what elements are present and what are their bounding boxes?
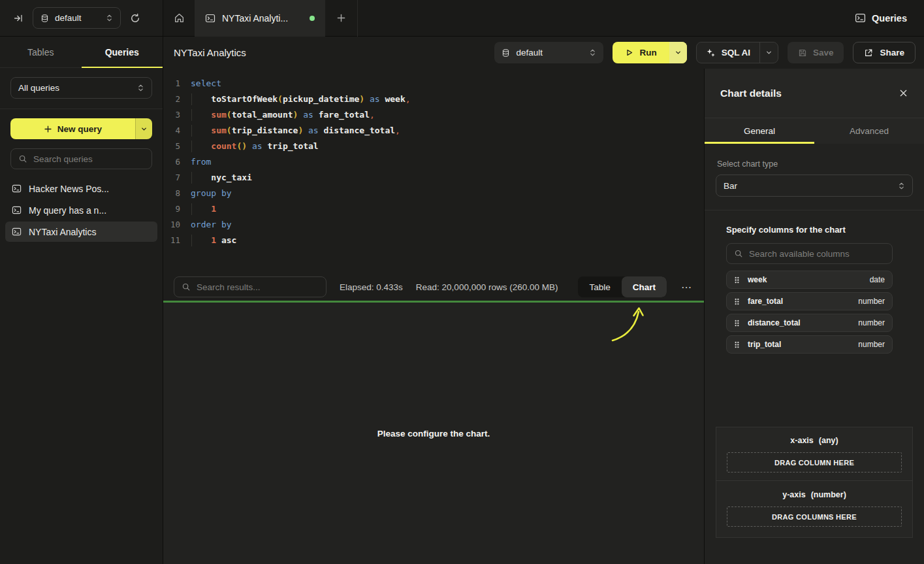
table-view-button[interactable]: Table xyxy=(578,276,621,297)
run-button[interactable]: Run xyxy=(613,42,686,63)
chart-view-button[interactable]: Chart xyxy=(622,276,667,297)
chart-column-chip[interactable]: fare_total number xyxy=(726,292,893,310)
tab-tables[interactable]: Tables xyxy=(0,37,82,67)
column-type: date xyxy=(870,275,885,284)
sidebar-query-item[interactable]: NYTaxi Analytics xyxy=(5,222,157,242)
save-icon xyxy=(798,48,807,58)
tab-nytaxi-analytics[interactable]: NYTaxi Analyti... xyxy=(195,0,325,37)
column-name: trip_total xyxy=(748,340,781,349)
code-line[interactable]: 2 toStartOfWeek(pickup_datetime) as week… xyxy=(163,91,704,107)
new-query-dropdown-button[interactable] xyxy=(135,118,152,139)
sidebar-tabs: Tables Queries xyxy=(0,37,163,68)
share-label: Share xyxy=(880,48,904,58)
save-button[interactable]: Save xyxy=(788,42,844,63)
drag-handle-icon[interactable] xyxy=(734,319,740,327)
refresh-button[interactable] xyxy=(125,8,146,29)
editor-pane: 1 select 2 toStartOfWeek(pickup_datetime… xyxy=(163,69,704,564)
sql-ai-dropdown-button[interactable] xyxy=(759,42,778,63)
play-icon xyxy=(625,48,633,57)
query-item-label: Hacker News Pos... xyxy=(29,184,109,194)
code-line[interactable]: 6 from xyxy=(163,154,704,170)
new-query-row: New query xyxy=(0,109,163,146)
column-type: number xyxy=(858,297,885,306)
query-header: NYTaxi Analytics default Run xyxy=(163,37,924,69)
chart-canvas: Please configure the chart. xyxy=(163,303,704,564)
home-button[interactable] xyxy=(163,0,195,37)
drag-handle-icon[interactable] xyxy=(734,276,740,284)
columns-search-input[interactable] xyxy=(749,249,885,259)
code-content: 1 asc xyxy=(191,233,236,248)
query-search-row xyxy=(0,146,163,176)
chart-type-value: Bar xyxy=(724,181,737,191)
x-axis-section: x-axis (any) DRAG COLUMN HERE xyxy=(716,427,912,480)
query-filter-select[interactable]: All queries xyxy=(10,77,152,99)
drag-handle-icon[interactable] xyxy=(734,297,740,306)
columns-list: week date fare_total number distance_tot… xyxy=(726,271,893,354)
chart-details-header: Chart details xyxy=(705,69,924,118)
column-name: distance_total xyxy=(748,318,801,327)
run-database-selector[interactable]: default xyxy=(494,42,603,63)
code-line[interactable]: 10 order by xyxy=(163,217,704,233)
column-name: week xyxy=(748,275,767,284)
sql-ai-label: SQL AI xyxy=(722,48,750,58)
share-icon xyxy=(864,48,873,58)
queries-menu-label: Queries xyxy=(872,13,907,24)
run-label: Run xyxy=(639,48,656,58)
code-line[interactable]: 1 select xyxy=(163,76,704,91)
code-line[interactable]: 9 1 xyxy=(163,201,704,217)
chart-column-chip[interactable]: week date xyxy=(726,271,893,289)
line-number: 7 xyxy=(163,170,180,186)
more-options-button[interactable]: ⋯ xyxy=(680,281,693,293)
query-search-input[interactable] xyxy=(33,154,144,164)
column-type: number xyxy=(858,318,885,327)
tab-strip: NYTaxi Analyti... Queries xyxy=(163,0,924,36)
line-number: 4 xyxy=(163,123,180,139)
share-button[interactable]: Share xyxy=(853,42,916,63)
sql-editor[interactable]: 1 select 2 toStartOfWeek(pickup_datetime… xyxy=(163,69,704,273)
close-panel-button[interactable] xyxy=(899,88,908,98)
results-search-input[interactable] xyxy=(197,282,319,292)
run-database-value: default xyxy=(516,48,543,58)
line-number: 11 xyxy=(163,233,180,248)
line-number: 10 xyxy=(163,217,180,233)
run-dropdown-button[interactable] xyxy=(669,42,687,63)
new-tab-button[interactable] xyxy=(325,0,358,37)
code-content: 1 xyxy=(191,201,216,217)
view-toggle: Table Chart xyxy=(578,276,667,297)
line-number: 2 xyxy=(163,91,180,107)
code-line[interactable]: 7 nyc_taxi xyxy=(163,170,704,186)
chart-details-title: Chart details xyxy=(720,88,782,99)
tab-general[interactable]: General xyxy=(705,118,814,144)
tab-queries[interactable]: Queries xyxy=(82,37,163,67)
plus-icon xyxy=(44,125,52,133)
panel-divider xyxy=(705,210,924,210)
save-label: Save xyxy=(813,48,834,58)
code-line[interactable]: 8 group by xyxy=(163,186,704,201)
code-line[interactable]: 4 sum(trip_distance) as distance_total, xyxy=(163,123,704,139)
collapse-sidebar-button[interactable] xyxy=(8,8,29,29)
sidebar-query-item[interactable]: My query has a n... xyxy=(5,200,157,220)
code-line[interactable]: 11 1 asc xyxy=(163,233,704,248)
chart-column-chip[interactable]: distance_total number xyxy=(726,314,893,332)
hand-drawn-arrow xyxy=(606,304,648,343)
tab-advanced[interactable]: Advanced xyxy=(814,118,924,144)
chart-type-select[interactable]: Bar xyxy=(716,174,913,197)
topbar-database-selector[interactable]: default xyxy=(33,7,121,29)
sparkles-icon xyxy=(706,48,716,58)
search-icon xyxy=(182,282,191,291)
x-axis-drop-zone[interactable]: DRAG COLUMN HERE xyxy=(727,452,902,473)
code-line[interactable]: 5 count() as trip_total xyxy=(163,139,704,154)
sidebar-query-item[interactable]: Hacker News Pos... xyxy=(5,178,157,199)
chart-type-label: Select chart type xyxy=(716,159,913,169)
line-number: 8 xyxy=(163,186,180,201)
drag-handle-icon[interactable] xyxy=(734,340,740,349)
topbar-left: default xyxy=(0,0,163,36)
new-query-button[interactable]: New query xyxy=(10,118,152,139)
sql-ai-button[interactable]: SQL AI xyxy=(696,42,778,63)
chart-column-chip[interactable]: trip_total number xyxy=(726,335,893,354)
code-content: toStartOfWeek(pickup_datetime) as week, xyxy=(191,91,411,107)
code-line[interactable]: 3 sum(total_amount) as fare_total, xyxy=(163,107,704,123)
y-axis-section: y-axis (number) DRAG COLUMNS HERE xyxy=(716,480,912,537)
y-axis-drop-zone[interactable]: DRAG COLUMNS HERE xyxy=(727,506,902,527)
queries-menu-button[interactable]: Queries xyxy=(855,12,907,24)
